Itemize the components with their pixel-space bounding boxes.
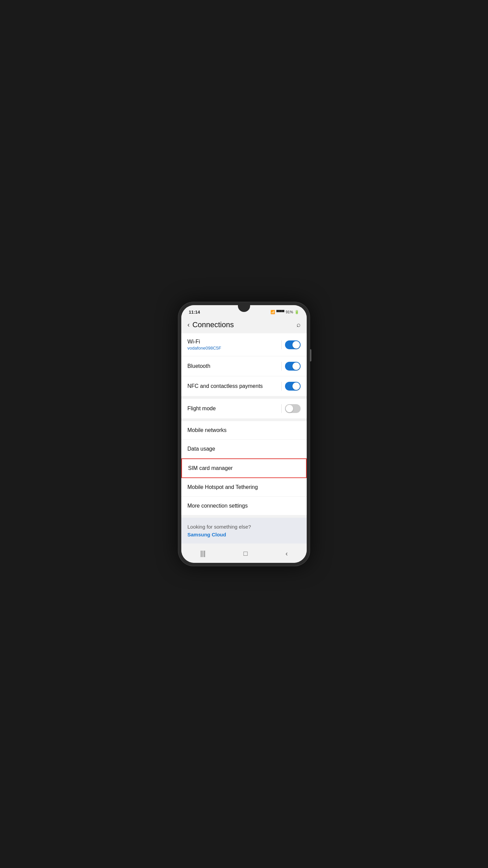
mobile-hotspot-item[interactable]: Mobile Hotspot and Tethering: [181, 478, 307, 497]
wifi-divider: [281, 340, 282, 349]
flight-divider: [281, 404, 282, 413]
data-usage-label: Data usage: [187, 446, 215, 452]
mobile-hotspot-label: Mobile Hotspot and Tethering: [187, 484, 258, 490]
bluetooth-label-group: Bluetooth: [187, 363, 210, 369]
flight-mode-label: Flight mode: [187, 406, 216, 412]
mobile-networks-label: Mobile networks: [187, 427, 227, 433]
nfc-item[interactable]: NFC and contactless payments: [181, 376, 307, 396]
wifi-icon: 📶: [270, 310, 275, 314]
search-button[interactable]: ⌕: [297, 321, 301, 329]
wifi-toggle-knob: [292, 341, 300, 349]
menu-items-card: Mobile networks Data usage SIM card mana…: [181, 421, 307, 515]
notch: [238, 305, 250, 312]
page-header: ‹ Connections ⌕: [181, 317, 307, 333]
bottom-prompt: Looking for something else?: [187, 524, 301, 530]
wifi-label-group: Wi-Fi vodafone098C5F: [187, 339, 221, 351]
wifi-label: Wi-Fi: [187, 339, 221, 345]
flight-mode-label-group: Flight mode: [187, 406, 216, 412]
recents-button[interactable]: |||: [200, 550, 206, 557]
signal-icon: ▀▀▀: [277, 310, 284, 314]
samsung-cloud-link[interactable]: Samsung Cloud: [187, 532, 301, 537]
nfc-divider: [281, 382, 282, 391]
nfc-toggle-group: [281, 382, 301, 391]
wifi-item[interactable]: Wi-Fi vodafone098C5F: [181, 333, 307, 356]
status-bar: 11:14 📶 ▀▀▀ 91% 🔋: [181, 305, 307, 317]
status-time: 11:14: [189, 310, 200, 315]
bluetooth-toggle-group: [281, 362, 301, 371]
bluetooth-label: Bluetooth: [187, 363, 210, 369]
page-title: Connections: [192, 320, 234, 329]
nfc-toggle[interactable]: [285, 382, 301, 391]
settings-scroll[interactable]: Wi-Fi vodafone098C5F Bluetooth: [181, 333, 307, 545]
sim-card-manager-label: SIM card manager: [188, 465, 233, 471]
flight-mode-card: Flight mode: [181, 399, 307, 418]
bluetooth-item[interactable]: Bluetooth: [181, 356, 307, 376]
wifi-toggle[interactable]: [285, 340, 301, 349]
nfc-label-group: NFC and contactless payments: [187, 383, 263, 389]
bluetooth-toggle[interactable]: [285, 362, 301, 371]
bluetooth-toggle-knob: [292, 362, 300, 370]
battery-icon: 🔋: [294, 310, 299, 314]
toggle-items-card: Wi-Fi vodafone098C5F Bluetooth: [181, 333, 307, 396]
more-connection-item[interactable]: More connection settings: [181, 497, 307, 515]
back-button[interactable]: ‹: [186, 320, 191, 329]
flight-toggle-group: [281, 404, 301, 413]
header-left: ‹ Connections: [186, 320, 234, 329]
nav-bar: ||| □ ‹: [181, 545, 307, 563]
sim-card-manager-item[interactable]: SIM card manager: [181, 458, 307, 478]
battery-label: 91%: [286, 310, 293, 314]
mobile-networks-item[interactable]: Mobile networks: [181, 421, 307, 440]
flight-mode-item[interactable]: Flight mode: [181, 399, 307, 418]
more-connection-label: More connection settings: [187, 503, 248, 509]
wifi-sub: vodafone098C5F: [187, 346, 221, 351]
nfc-toggle-knob: [292, 382, 300, 390]
phone-frame: 11:14 📶 ▀▀▀ 91% 🔋 ‹ Connections ⌕: [178, 302, 310, 566]
nfc-label: NFC and contactless payments: [187, 383, 263, 389]
status-icons: 📶 ▀▀▀ 91% 🔋: [270, 310, 299, 314]
bottom-promo-section: Looking for something else? Samsung Clou…: [181, 518, 307, 544]
home-button[interactable]: □: [243, 550, 247, 557]
bluetooth-divider: [281, 362, 282, 371]
data-usage-item[interactable]: Data usage: [181, 440, 307, 458]
nav-back-button[interactable]: ‹: [285, 550, 288, 557]
phone-screen: 11:14 📶 ▀▀▀ 91% 🔋 ‹ Connections ⌕: [181, 305, 307, 563]
flight-toggle-knob: [286, 405, 293, 412]
flight-toggle[interactable]: [285, 404, 301, 413]
volume-button: [310, 349, 311, 361]
wifi-toggle-group: [281, 340, 301, 349]
